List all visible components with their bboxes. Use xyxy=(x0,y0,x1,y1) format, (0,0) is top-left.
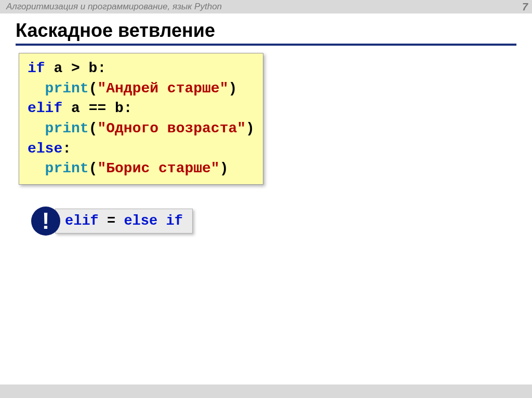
paren: ( xyxy=(89,80,98,97)
func-print: print xyxy=(45,120,89,136)
code-block: if a > b: print("Андрей старше") elif a … xyxy=(19,53,263,185)
note-row: ! elif = else if xyxy=(31,207,516,236)
string-literal: "Андрей старше" xyxy=(97,80,228,97)
string-literal: "Одного возраста" xyxy=(97,120,246,136)
page-number: 7 xyxy=(522,1,528,13)
code-line: elif a == b: xyxy=(28,99,255,119)
code-line: if a > b: xyxy=(28,59,255,79)
header-bar: Алгоритмизация и программирование, язык … xyxy=(0,0,532,13)
note-box: elif = else if xyxy=(55,209,193,234)
code-line: print("Одного возраста") xyxy=(28,119,255,139)
func-print: print xyxy=(45,160,89,176)
paren: ) xyxy=(228,80,237,97)
slide-content: Каскадное ветвление if a > b: print("Анд… xyxy=(0,13,532,236)
code-line: else: xyxy=(28,139,255,159)
code-line: print("Андрей старше") xyxy=(28,79,255,99)
func-print: print xyxy=(45,80,89,97)
keyword-elif: elif xyxy=(28,100,62,116)
keyword-elif: elif xyxy=(65,213,99,229)
keyword-if: if xyxy=(157,213,183,229)
exclamation-badge-icon: ! xyxy=(31,207,60,236)
slide-title: Каскадное ветвление xyxy=(16,20,516,42)
expr: a == b: xyxy=(62,100,132,116)
title-underline xyxy=(16,44,516,46)
footer-bar xyxy=(0,385,532,398)
colon: : xyxy=(62,141,71,157)
expr: a > b: xyxy=(45,60,107,76)
keyword-if: if xyxy=(28,60,45,76)
keyword-else: else xyxy=(124,213,157,229)
code-line: print("Борис старше") xyxy=(28,159,255,179)
keyword-else: else xyxy=(28,141,62,157)
paren: ) xyxy=(246,120,255,136)
breadcrumb: Алгоритмизация и программирование, язык … xyxy=(6,2,222,12)
eq: = xyxy=(99,213,124,229)
paren: ( xyxy=(89,160,98,176)
paren: ) xyxy=(220,160,229,176)
paren: ( xyxy=(89,120,98,136)
string-literal: "Борис старше" xyxy=(97,160,219,176)
